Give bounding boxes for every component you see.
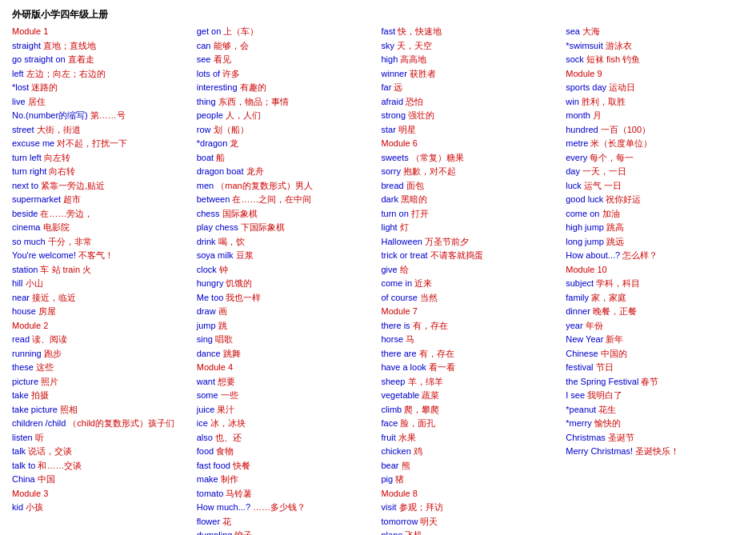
module-header: Module 7 [382,305,560,318]
vocab-entry: dance 跳舞 [197,347,375,361]
vocab-entry: between 在……之间，在中间 [197,193,375,206]
vocab-entry: get on 上（车） [197,25,375,38]
vocab-entry: live 居住 [12,95,190,109]
vocab-entry: drink 喝，饮 [197,235,375,249]
vocab-entry: sing 唱歌 [197,333,375,346]
vocab-entry: visit 参观；拜访 [382,501,560,514]
vocab-entry: chess 国际象棋 [197,207,375,221]
vocab-entry: winner 获胜者 [382,67,560,81]
vocab-entry: long jump 跳远 [566,235,744,249]
vocab-entry: can 能够，会 [197,39,375,53]
vocab-entry: take picture 照相 [12,403,190,417]
vocab-entry: No.(number的缩写) 第……号 [12,109,190,122]
vocab-entry: beside 在……旁边， [12,207,190,221]
vocab-entry: dark 黑暗的 [382,193,560,206]
vocab-entry: dinner 晚餐，正餐 [566,305,744,318]
vocab-entry: read 读、阅读 [12,333,190,346]
vocab-entry: thing 东西，物品；事情 [197,95,375,109]
vocab-entry: hundred 一百（100） [566,123,744,137]
vocab-entry: Merry Christmas! 圣诞快乐！ [566,445,744,458]
vocab-entry: *dragon 龙 [197,137,375,150]
vocab-entry: afraid 恐怕 [382,95,560,109]
vocab-entry: tomato 马铃薯 [197,487,375,501]
vocab-entry: talk 说话，交谈 [12,445,190,458]
vocab-entry: hungry 饥饿的 [197,277,375,290]
vocab-entry: some 一些 [197,389,375,402]
vocab-entry: *peanut 花生 [566,403,744,417]
vocab-entry: flower 花 [197,515,375,529]
vocab-entry: go straight on 直着走 [12,53,190,66]
vocab-entry: Christmas 圣诞节 [566,431,744,445]
vocab-entry: You're welcome! 不客气！ [12,249,190,262]
vocab-entry: festival 节日 [566,361,744,374]
vocab-entry: station 车 站 train 火 [12,263,190,277]
vocab-entry: turn on 打开 [382,207,560,221]
module-header: Module 6 [382,137,560,150]
vocab-entry: sock 短袜 fish 钓鱼 [566,53,744,66]
vocab-entry: month 月 [566,109,744,122]
vocab-entry: sky 天，天空 [382,39,560,53]
module-header: Module 9 [566,67,744,81]
vocab-entry: sorry 抱歉，对不起 [382,165,560,178]
module-header: Module 2 [12,319,190,333]
vocab-entry: luck 运气 一日 [566,179,744,193]
vocab-entry: dragon boat 龙舟 [197,165,375,178]
page-title: 外研版小学四年级上册 [12,8,744,22]
vocab-entry: sea 大海 [566,25,744,38]
vocab-entry: boat 船 [197,151,375,165]
vocab-entry: there is 有，存在 [382,319,560,333]
vocab-entry: light 灯 [382,221,560,234]
vocab-entry: Me too 我也一样 [197,291,375,305]
vocab-entry: children /child （child的复数形式）孩子们 [12,417,190,430]
vocab-entry: vegetable 蔬菜 [382,389,560,402]
column-1: Module 1straight 直地；直线地go straight on 直着… [12,25,190,514]
vocab-entry: street 大街，街道 [12,123,190,137]
vocab-entry: face 脸，面孔 [382,417,560,430]
vocab-entry: Halloween 万圣节前夕 [382,235,560,249]
vocab-entry: every 每个，每一 [566,151,744,165]
vocab-entry: the Spring Festival 春节 [566,375,744,389]
vocab-entry: running 跑步 [12,347,190,361]
vocab-entry: win 胜利，取胜 [566,95,744,109]
vocab-entry: sheep 羊，绵羊 [382,375,560,389]
vocab-entry: make 制作 [197,473,375,486]
module-header: Module 10 [566,263,744,277]
vocab-entry: family 家，家庭 [566,291,744,305]
vocab-entry: kid 小孩 [12,501,190,514]
vocab-entry: fast 快，快速地 [382,25,560,38]
vocab-entry: year 年份 [566,319,744,333]
vocab-entry: of course 当然 [382,291,560,305]
vocab-entry: *lost 迷路的 [12,81,190,94]
vocab-entry: fast food 快餐 [197,459,375,473]
vocab-entry: want 想要 [197,375,375,389]
vocab-entry: play chess 下国际象棋 [197,221,375,234]
vocab-entry: turn left 向左转 [12,151,190,165]
vocab-entry: come on 加油 [566,207,744,221]
vocab-entry: picture 照片 [12,375,190,389]
vocab-entry: ice 冰，冰块 [197,417,375,430]
vocab-entry: listen 听 [12,431,190,445]
vocab-entry: pig 猪 [382,473,560,486]
vocab-entry: I see 我明白了 [566,389,744,402]
vocab-entry: plane 飞机 [382,529,560,535]
column-4: sea 大海*swimsuit 游泳衣sock 短袜 fish 钓鱼Module… [566,25,744,458]
vocab-entry: give 给 [382,263,560,277]
main-content: Module 1straight 直地；直线地go straight on 直着… [12,25,744,535]
vocab-entry: soya milk 豆浆 [197,249,375,262]
vocab-entry: hill 小山 [12,277,190,290]
vocab-entry: excuse me 对不起，打扰一下 [12,137,190,150]
vocab-entry: fruit 水果 [382,431,560,445]
vocab-entry: Chinese 中国的 [566,347,744,361]
vocab-entry: star 明星 [382,123,560,137]
vocab-entry: far 远 [382,81,560,94]
vocab-entry: climb 爬，攀爬 [382,403,560,417]
column-2: get on 上（车）can 能够，会see 看见lots of 许多inter… [197,25,375,535]
vocab-entry: talk to 和……交谈 [12,459,190,473]
vocab-entry: lots of 许多 [197,67,375,81]
vocab-entry: house 房屋 [12,305,190,318]
vocab-entry: How about...? 怎么样？ [566,249,744,262]
vocab-entry: How much...? ……多少钱？ [197,501,375,514]
vocab-entry: near 接近，临近 [12,291,190,305]
vocab-entry: *merry 愉快的 [566,417,744,430]
module-header: Module 4 [197,361,375,374]
